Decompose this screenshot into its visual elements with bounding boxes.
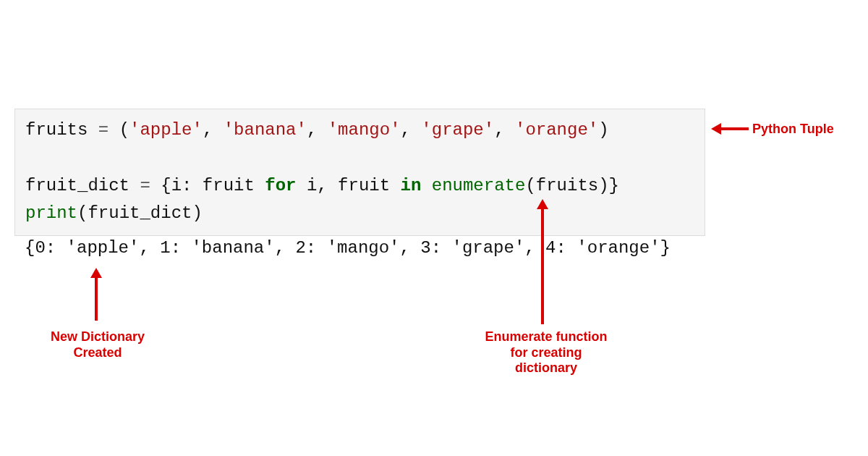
annotation-text: for creating [510, 345, 582, 360]
annotation-new-dict: New Dictionary Created [43, 329, 152, 360]
token-op: = [129, 176, 161, 195]
token-fn-enumerate: enumerate [432, 176, 526, 195]
token-punc: , [307, 120, 328, 140]
code-line-2: fruit_dict = {i: fruit for i, fruit in e… [25, 172, 694, 200]
token-var: fruit_dict [25, 176, 129, 195]
annotation-text: Enumerate function [485, 329, 607, 344]
token-fn-print: print [25, 203, 77, 223]
token-punc: , [401, 120, 422, 140]
output-line: {0: 'apple', 1: 'banana', 2: 'mango', 3:… [25, 235, 695, 262]
token-str: 'banana' [224, 120, 307, 140]
token-punc: , [203, 120, 224, 140]
annotation-text: Created [73, 345, 122, 360]
token-punc: ) [598, 120, 608, 140]
arrow-line [721, 127, 749, 130]
arrow-line [95, 277, 98, 321]
code-cell: fruits = ('apple', 'banana', 'mango', 'g… [14, 109, 705, 236]
token-str: 'mango' [328, 120, 401, 140]
arrow-head-icon [537, 199, 548, 209]
output-cell: {0: 'apple', 1: 'banana', 2: 'mango', 3:… [14, 232, 705, 265]
token-str: 'grape' [421, 120, 494, 140]
token-str: 'orange' [515, 120, 598, 140]
token-punc: ( [119, 120, 129, 140]
code-line-blank [25, 144, 694, 172]
arrow-line [541, 208, 544, 324]
token-op: = [88, 120, 119, 140]
token-punc [421, 176, 431, 195]
token-var: fruits [25, 120, 88, 140]
code-line-1: fruits = ('apple', 'banana', 'mango', 'g… [25, 117, 694, 144]
token-punc: i, fruit [297, 176, 401, 195]
token-punc: , [494, 120, 515, 140]
annotation-python-tuple: Python Tuple [752, 122, 834, 138]
token-punc: (fruits)} [525, 176, 619, 195]
code-line-3: print(fruit_dict) [25, 200, 694, 227]
annotation-text: dictionary [515, 360, 577, 375]
token-punc: {i: fruit [161, 176, 265, 195]
token-keyword-in: in [401, 176, 422, 195]
token-keyword-for: for [265, 176, 296, 195]
arrow-head-icon [711, 123, 721, 135]
token-punc: (fruit_dict) [77, 203, 203, 223]
annotation-enumerate: Enumerate function for creating dictiona… [481, 329, 611, 376]
annotation-text: New Dictionary [51, 329, 145, 344]
arrow-head-icon [90, 268, 102, 278]
token-str: 'apple' [129, 120, 203, 140]
